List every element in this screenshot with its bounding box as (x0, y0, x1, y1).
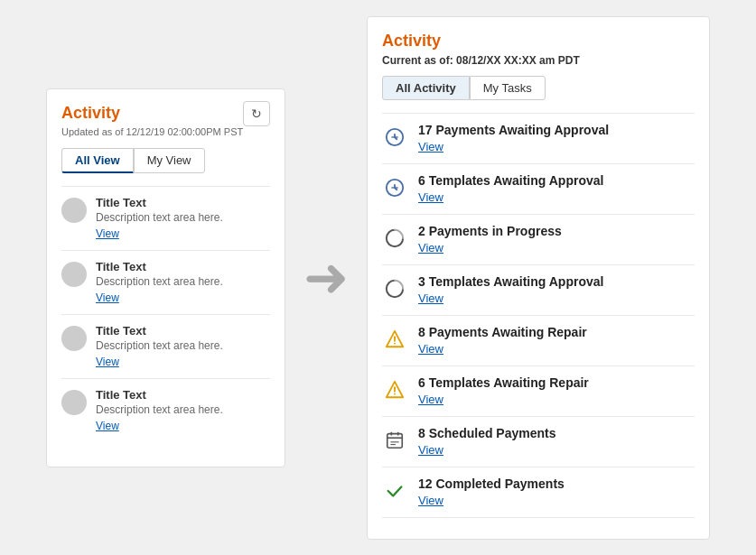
svg-rect-8 (387, 433, 403, 448)
right-list-item: 6 Templates Awaiting Approval View (382, 163, 695, 214)
right-item-view-link[interactable]: View (418, 393, 443, 406)
right-item-content: 6 Templates Awaiting Repair View (418, 375, 695, 407)
right-list-item: 6 Templates Awaiting Repair View (382, 365, 695, 416)
right-item-title: 12 Completed Payments (418, 476, 695, 491)
left-tab-group: All View My View (61, 148, 270, 173)
page-wrapper: Activity ↻ Updated as of 12/12/19 02:00:… (0, 0, 756, 555)
avatar (61, 326, 87, 351)
right-panel: Activity Current as of: 08/12/XX XX:XX a… (367, 16, 710, 540)
refresh-button[interactable]: ↻ (243, 101, 270, 126)
right-tab-group: All Activity My Tasks (382, 76, 695, 100)
item-view-link[interactable]: View (96, 291, 119, 304)
avatar (61, 262, 87, 287)
right-item-title: 17 Payments Awaiting Approval (418, 123, 695, 137)
right-items-container: 17 Payments Awaiting Approval View 6 Tem… (382, 113, 695, 518)
right-item-title: 8 Scheduled Payments (418, 426, 695, 440)
left-updated: Updated as of 12/12/19 02:00:00PM PST (61, 126, 270, 137)
approval-icon (382, 175, 407, 200)
arrow-wrapper: ➜ (285, 251, 367, 305)
repair-icon (382, 327, 407, 352)
item-title: Title Text (96, 388, 270, 402)
item-content: Title Text Description text area here. V… (96, 324, 270, 369)
avatar (61, 390, 87, 415)
tab-my-tasks[interactable]: My Tasks (470, 76, 546, 100)
avatar (61, 198, 87, 223)
right-item-title: 8 Payments Awaiting Repair (418, 325, 695, 339)
right-item-content: 17 Payments Awaiting Approval View (418, 123, 695, 154)
item-content: Title Text Description text area here. V… (96, 388, 270, 433)
svg-point-7 (394, 393, 396, 394)
right-item-view-link[interactable]: View (418, 342, 443, 356)
item-view-link[interactable]: View (96, 420, 119, 432)
right-list-item: 17 Payments Awaiting Approval View (382, 113, 695, 163)
right-current: Current as of: 08/12/XX XX:XX am PDT (382, 54, 695, 67)
repair-icon (382, 377, 407, 402)
right-list-item: 8 Payments Awaiting Repair View (382, 315, 695, 365)
arrow-icon: ➜ (303, 251, 349, 305)
right-item-title: 3 Templates Awaiting Approval (418, 274, 695, 289)
right-item-content: 2 Payments in Progress View (418, 224, 695, 255)
progress-icon (382, 226, 407, 251)
right-item-content: 8 Payments Awaiting Repair View (418, 325, 695, 356)
current-label: Current as of: (382, 54, 453, 67)
item-view-link[interactable]: View (96, 227, 119, 240)
tab-all-view[interactable]: All View (61, 148, 134, 173)
item-title: Title Text (96, 260, 270, 273)
tab-my-view[interactable]: My View (134, 148, 205, 173)
item-desc: Description text area here. (96, 211, 270, 224)
right-item-view-link[interactable]: View (418, 443, 443, 457)
completed-icon (382, 478, 407, 504)
item-desc: Description text area here. (96, 403, 270, 416)
item-desc: Description text area here. (96, 275, 270, 288)
approval-icon (382, 125, 407, 150)
item-view-link[interactable]: View (96, 356, 119, 368)
current-value: 08/12/XX XX:XX am PDT (456, 54, 580, 67)
progress-icon (382, 276, 407, 301)
right-item-view-link[interactable]: View (418, 494, 443, 507)
left-list-item: Title Text Description text area here. V… (61, 186, 270, 250)
left-items-container: Title Text Description text area here. V… (61, 186, 270, 442)
right-item-view-link[interactable]: View (418, 291, 443, 305)
scheduled-icon (382, 428, 407, 453)
right-list-item: 12 Completed Payments View (382, 467, 695, 518)
right-list-item: 2 Payments in Progress View (382, 214, 695, 264)
right-item-view-link[interactable]: View (418, 241, 443, 254)
item-content: Title Text Description text area here. V… (96, 260, 270, 305)
left-panel-title: Activity (61, 104, 270, 123)
right-item-title: 2 Payments in Progress (418, 224, 695, 238)
right-list-item: 3 Templates Awaiting Approval View (382, 264, 695, 315)
right-item-content: 6 Templates Awaiting Approval View (418, 173, 695, 205)
item-title: Title Text (96, 196, 270, 209)
right-item-view-link[interactable]: View (418, 140, 443, 153)
right-item-view-link[interactable]: View (418, 190, 443, 204)
left-list-item: Title Text Description text area here. V… (61, 314, 270, 378)
tab-all-activity[interactable]: All Activity (382, 76, 470, 100)
left-list-item: Title Text Description text area here. V… (61, 250, 270, 314)
right-panel-title: Activity (382, 32, 695, 51)
left-panel: Activity ↻ Updated as of 12/12/19 02:00:… (46, 88, 285, 467)
left-list-item: Title Text Description text area here. V… (61, 378, 270, 442)
right-item-content: 3 Templates Awaiting Approval View (418, 274, 695, 306)
right-item-title: 6 Templates Awaiting Repair (418, 375, 695, 390)
right-list-item: 8 Scheduled Payments View (382, 416, 695, 467)
item-desc: Description text area here. (96, 339, 270, 352)
right-item-content: 12 Completed Payments View (418, 476, 695, 508)
item-title: Title Text (96, 324, 270, 338)
svg-point-4 (394, 342, 396, 344)
right-item-title: 6 Templates Awaiting Approval (418, 173, 695, 188)
right-item-content: 8 Scheduled Payments View (418, 426, 695, 458)
item-content: Title Text Description text area here. V… (96, 196, 270, 241)
